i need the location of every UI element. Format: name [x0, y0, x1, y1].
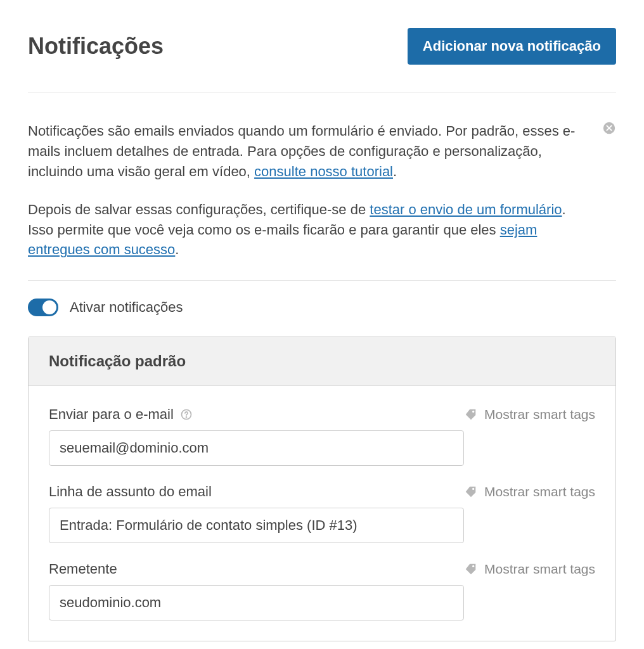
info-block: Notificações são emails enviados quando …: [28, 121, 616, 260]
svg-point-5: [472, 565, 474, 567]
dismiss-icon[interactable]: [602, 121, 616, 135]
svg-point-4: [472, 488, 474, 490]
subject-input[interactable]: [49, 508, 464, 543]
info-paragraph-1: Notificações são emails enviados quando …: [28, 121, 576, 182]
info-text-part: .: [175, 241, 179, 257]
sender-label: Remetente: [49, 561, 117, 577]
field-label-left: Remetente: [49, 561, 117, 577]
subject-field-group: Linha de assunto do email Mostrar smart …: [49, 484, 595, 543]
tutorial-link[interactable]: consulte nosso tutorial: [254, 164, 393, 179]
field-label-row: Enviar para o e-mail Mostrar smart tags: [49, 406, 595, 423]
test-submission-link[interactable]: testar o envio de um formulário: [370, 202, 562, 217]
enable-notifications-row: Ativar notificações: [28, 299, 616, 316]
help-icon[interactable]: [180, 408, 193, 421]
show-smart-tags-link[interactable]: Mostrar smart tags: [464, 562, 595, 577]
sender-input[interactable]: [49, 585, 464, 620]
svg-point-3: [472, 411, 474, 413]
show-smart-tags-link[interactable]: Mostrar smart tags: [464, 407, 595, 422]
toggle-knob: [42, 300, 56, 314]
send-to-input[interactable]: [49, 430, 464, 466]
divider: [28, 93, 616, 93]
add-notification-button[interactable]: Adicionar nova notificação: [408, 28, 616, 65]
panel-title: Notificação padrão: [49, 352, 595, 370]
header-row: Notificações Adicionar nova notificação: [28, 28, 616, 65]
info-paragraph-2: Depois de salvar essas configurações, ce…: [28, 200, 576, 260]
info-text-part: .: [393, 164, 397, 179]
notification-panel: Notificação padrão Enviar para o e-mail …: [28, 337, 616, 641]
smart-tags-label: Mostrar smart tags: [484, 562, 595, 577]
field-label-left: Enviar para o e-mail: [49, 406, 193, 423]
smart-tags-label: Mostrar smart tags: [484, 484, 595, 499]
tag-icon: [464, 408, 478, 421]
field-label-left: Linha de assunto do email: [49, 484, 212, 500]
divider: [28, 280, 616, 281]
field-label-row: Linha de assunto do email Mostrar smart …: [49, 484, 595, 500]
panel-body: Enviar para o e-mail Mostrar smart tags …: [29, 386, 615, 641]
tag-icon: [464, 485, 478, 499]
info-text-part: Depois de salvar essas configurações, ce…: [28, 202, 370, 217]
tag-icon: [464, 562, 478, 576]
show-smart-tags-link[interactable]: Mostrar smart tags: [464, 484, 595, 499]
page-title: Notificações: [28, 33, 164, 60]
subject-label: Linha de assunto do email: [49, 484, 212, 500]
field-label-row: Remetente Mostrar smart tags: [49, 561, 595, 577]
smart-tags-label: Mostrar smart tags: [484, 407, 595, 422]
enable-notifications-label: Ativar notificações: [70, 299, 183, 316]
enable-notifications-toggle[interactable]: [28, 299, 58, 316]
sender-field-group: Remetente Mostrar smart tags: [49, 561, 595, 620]
panel-header: Notificação padrão: [29, 337, 615, 386]
send-to-field-group: Enviar para o e-mail Mostrar smart tags: [49, 406, 595, 466]
svg-point-2: [186, 417, 186, 418]
send-to-label: Enviar para o e-mail: [49, 406, 174, 423]
